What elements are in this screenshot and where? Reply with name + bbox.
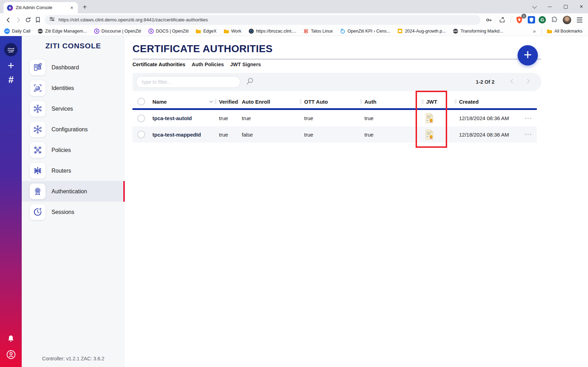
rail-hash-icon[interactable]: # — [8, 75, 13, 85]
sidebar-item-label: Sessions — [52, 209, 74, 215]
bitwarden-icon[interactable] — [528, 16, 535, 23]
grammarly-icon[interactable]: G — [539, 16, 546, 23]
app-title: ZITI CONSOLE — [22, 42, 125, 50]
tab-title: Ziti Admin Console — [16, 5, 69, 10]
page-title: CERTIFICATE AUTHORITIES — [132, 43, 273, 55]
back-icon[interactable] — [4, 15, 13, 25]
section-tabs: Certificate Authorities Auth Policies JW… — [132, 62, 261, 67]
bookmark-daily-call[interactable]: zm Daily Call — [4, 28, 30, 34]
table-row[interactable]: tpca-test-mappedId true false true true … — [132, 126, 537, 143]
prev-page-icon[interactable] — [509, 78, 515, 85]
menu-hamburger-icon[interactable] — [575, 15, 584, 25]
openziti-ring-icon — [94, 28, 100, 34]
column-auth[interactable]: Auth — [364, 95, 376, 108]
blue-circle-icon — [340, 28, 346, 34]
openziti-ring-icon — [148, 28, 154, 34]
bookmark-transforming-markdown[interactable]: Transforming Markd... — [453, 28, 503, 34]
bookmarks-bar: zm Daily Call Ziti Edge Managem... Disco… — [0, 26, 588, 36]
tab-close-icon[interactable]: × — [69, 5, 75, 11]
tab-auth-policies[interactable]: Auth Policies — [192, 62, 224, 67]
rail-add-icon[interactable]: + — [8, 60, 14, 71]
column-jwt[interactable]: JWT — [426, 95, 437, 108]
sidebar-item-policies[interactable]: Policies — [22, 140, 125, 160]
bookmark-talos-linux[interactable]: Talos Linux — [303, 28, 333, 34]
row-actions-icon[interactable] — [525, 126, 531, 143]
notifications-bell-icon[interactable] — [7, 334, 15, 344]
row-checkbox[interactable] — [137, 126, 145, 143]
url-text[interactable]: https://ctrl.cdaws.clint.demo.openziti.o… — [59, 17, 208, 22]
profile-avatar[interactable] — [563, 16, 571, 24]
brave-shield-icon[interactable]: 1 — [514, 15, 524, 25]
row-checkbox[interactable] — [137, 110, 145, 126]
bookmarks-overflow-chevrons[interactable]: » — [533, 28, 536, 34]
bookmark-docs-openziti[interactable]: DOCS | OpenZiti — [148, 28, 189, 34]
browser-tab[interactable]: Ziti Admin Console × — [4, 2, 78, 13]
bookmark-growth-doc[interactable]: 2024-Aug-growth.p... — [397, 28, 446, 34]
select-all-checkbox[interactable] — [137, 95, 145, 108]
bookmark-folder-work[interactable]: Work — [224, 28, 241, 34]
created-value: 12/18/2024 08:36 AM — [459, 110, 509, 126]
column-ott-auto[interactable]: OTT Auto — [304, 95, 328, 108]
ziti-globe-logo[interactable] — [4, 43, 18, 56]
site-settings-icon[interactable] — [49, 16, 55, 23]
bookmark-brozac[interactable]: https://brozac.clint.... — [248, 28, 296, 34]
close-icon[interactable]: × — [580, 3, 583, 10]
reload-icon[interactable] — [23, 15, 33, 25]
bookmark-icon[interactable] — [33, 15, 43, 25]
next-page-icon[interactable] — [525, 78, 531, 85]
column-created[interactable]: Created — [459, 95, 479, 108]
bookmark-ziti-edge[interactable]: Ziti Edge Managem... — [37, 28, 87, 34]
column-verified[interactable]: Verified — [219, 95, 238, 108]
ca-name[interactable]: tpca-test-mappedId — [152, 126, 201, 143]
sidebar-item-identities[interactable]: Identities — [22, 78, 125, 98]
filter-bar: 1-2 Of 2 — [132, 73, 541, 91]
toolbar-divider — [511, 17, 511, 23]
tab-jwt-signers[interactable]: JWT Signers — [230, 62, 261, 67]
bookmark-openziti-kpi[interactable]: OpenZiti KPI › Cens... — [340, 28, 390, 34]
sidebar-item-dashboard[interactable]: Dashboard — [22, 57, 125, 78]
row-actions-icon[interactable] — [525, 110, 531, 126]
version-footer: Controller: v1.2.1 ZAC: 3.6.2 — [22, 356, 125, 367]
verified-value: true — [219, 126, 228, 143]
new-tab-button[interactable]: + — [83, 3, 87, 11]
folder-icon — [224, 28, 229, 34]
sidebar-item-configurations[interactable]: Configurations — [22, 119, 125, 140]
created-value: 12/18/2024 08:36 AM — [459, 126, 509, 143]
share-icon[interactable] — [497, 15, 507, 25]
address-bar[interactable]: https://ctrl.cdaws.clint.demo.openziti.o… — [45, 15, 480, 25]
sidebar-item-sessions[interactable]: Sessions — [22, 202, 125, 222]
column-name[interactable]: Name — [152, 95, 167, 108]
table-row[interactable]: tpca-test-autoId true true true true 12/… — [132, 110, 537, 126]
user-account-icon[interactable] — [6, 350, 16, 361]
forward-icon[interactable] — [13, 15, 23, 25]
jwt-certificate-icon[interactable] — [425, 110, 433, 126]
password-key-icon[interactable] — [484, 15, 494, 25]
maximize-icon[interactable] — [564, 5, 568, 9]
bookmark-folder-edgex[interactable]: EdgeX — [196, 28, 217, 34]
sort-chevron-icon[interactable] — [209, 95, 213, 108]
fingerprint-icon — [30, 80, 46, 96]
ca-name[interactable]: tpca-test-autoId — [152, 110, 192, 126]
extensions-puzzle-icon[interactable] — [549, 15, 559, 25]
sidebar-item-label: Configurations — [52, 126, 88, 133]
left-rail: + # — [0, 36, 22, 367]
tab-certificate-authorities[interactable]: Certificate Authorities — [132, 62, 185, 67]
minimize-icon[interactable] — [548, 7, 552, 7]
add-certificate-authority-button[interactable]: + — [518, 45, 538, 65]
all-bookmarks-button[interactable]: All Bookmarks — [547, 28, 582, 34]
auto-enroll-value: true — [242, 110, 251, 126]
filter-input[interactable] — [136, 76, 240, 88]
folder-icon — [196, 28, 201, 34]
sidebar: ZITI CONSOLE Dashboard Identities Servic… — [22, 36, 125, 367]
search-icon[interactable] — [245, 77, 254, 87]
tab-search-icon[interactable] — [532, 5, 536, 8]
sidebar-item-services[interactable]: Services — [22, 98, 125, 119]
bookmark-discourse-openziti[interactable]: Discourse | OpenZiti — [94, 28, 141, 34]
column-auto-enroll[interactable]: Auto Enroll — [242, 95, 270, 108]
pagination-range: 1-2 Of 2 — [476, 79, 494, 85]
window-controls: × — [532, 0, 583, 13]
sidebar-item-authentication[interactable]: Authentication — [22, 181, 125, 202]
jwt-certificate-icon[interactable] — [425, 126, 433, 143]
sidebar-item-routers[interactable]: Routers — [22, 160, 125, 181]
sidebar-item-label: Policies — [52, 147, 71, 153]
